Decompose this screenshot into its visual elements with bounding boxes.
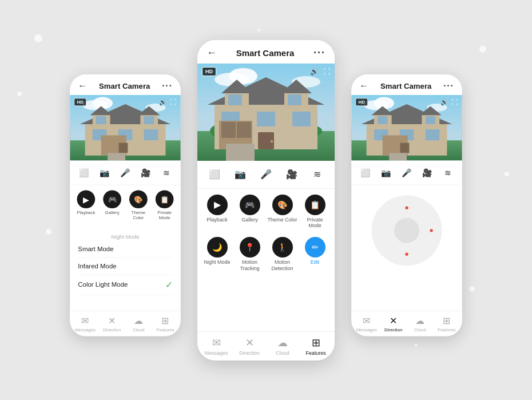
playback-label-left: Playback: [77, 209, 95, 215]
video-btn-right[interactable]: 🎥: [420, 165, 435, 180]
more-btn-right[interactable]: ≋: [440, 165, 455, 180]
svg-rect-37: [292, 112, 311, 126]
nav-direction-left[interactable]: ✕ Direction: [98, 315, 125, 332]
svg-rect-62: [389, 153, 407, 160]
direction-label-center: Direction: [239, 350, 260, 356]
messages-icon-right: ✉: [363, 315, 370, 326]
theme-btn-center[interactable]: 🎨 Theme Color: [267, 195, 297, 229]
night-mode-btn-center[interactable]: 🌙 Night Mode: [202, 237, 232, 272]
messages-icon-left: ✉: [81, 315, 89, 326]
nav-features-center[interactable]: ⊞ Features: [299, 336, 332, 356]
video-icons-center: 🔊 ⛶: [310, 68, 330, 76]
smart-mode-label: Smart Mode: [78, 244, 113, 252]
mic-btn-left[interactable]: 🎤: [118, 165, 133, 180]
nav-messages-center[interactable]: ✉ Messages: [200, 336, 233, 356]
video-toolbar-left: HD 🔊 ⛶: [74, 98, 177, 106]
playback-icon-center: ▶: [207, 195, 228, 215]
smart-mode-item[interactable]: Smart Mode: [78, 240, 172, 258]
edit-btn-center[interactable]: ✏ Edit: [300, 237, 330, 272]
more-menu-left[interactable]: ···: [162, 80, 172, 90]
svg-rect-33: [228, 94, 242, 105]
color-light-mode-item[interactable]: Color Light Mode ✓: [78, 274, 172, 295]
more-menu-center[interactable]: ···: [313, 47, 325, 59]
nav-cloud-right[interactable]: ☁ Cloud: [407, 315, 434, 332]
nav-direction-center[interactable]: ✕ Direction: [233, 336, 266, 356]
back-button-right[interactable]: ←: [359, 80, 368, 90]
private-btn-center[interactable]: 📋 Private Mode: [300, 195, 330, 229]
nav-features-left[interactable]: ⊞ Features: [152, 315, 179, 332]
icon-toolbar-center: ⬜ 📷 🎤 🎥 ≋: [197, 161, 335, 189]
direction-pad-right: [351, 185, 462, 275]
volume-icon-left[interactable]: 🔊: [159, 98, 166, 105]
mic-btn-center[interactable]: 🎤: [258, 167, 274, 183]
capture-btn-right[interactable]: 📷: [379, 165, 394, 180]
gallery-btn-left[interactable]: 🎮 Gallery: [100, 190, 124, 220]
nav-direction-right[interactable]: ✕ Direction: [380, 315, 407, 332]
playback-btn-center[interactable]: ▶ Playback: [202, 195, 232, 229]
video-btn-left[interactable]: 🎥: [139, 165, 153, 180]
cloud-label-right: Cloud: [414, 327, 426, 332]
direction-icon-center: ✕: [245, 336, 254, 349]
infared-mode-item[interactable]: Infared Mode: [78, 257, 172, 274]
video-btn-center[interactable]: 🎥: [284, 167, 300, 183]
capture-icon-center: 📷: [232, 167, 248, 183]
phone-left: ← Smart Camera ···: [70, 74, 181, 336]
more-btn-center[interactable]: ≋: [309, 167, 325, 183]
color-light-mode-label: Color Light Mode: [78, 280, 128, 288]
fullscreen-icon-left[interactable]: ⛶: [170, 98, 177, 105]
features-icon-center: ⊞: [312, 336, 320, 349]
hd-badge-center: HD: [202, 67, 216, 76]
nav-cloud-center[interactable]: ☁ Cloud: [266, 336, 299, 356]
edit-icon-center: ✏: [305, 237, 325, 258]
cloud-label-left: Cloud: [133, 327, 145, 332]
mic-btn-right[interactable]: 🎤: [400, 165, 414, 180]
video-area-left: HD 🔊 ⛶: [70, 95, 181, 160]
messages-label-right: Messages: [356, 327, 377, 332]
capture-btn-center[interactable]: 📷: [232, 167, 248, 183]
svg-rect-11: [96, 116, 106, 124]
volume-icon-center[interactable]: 🔊: [310, 68, 319, 76]
night-mode-sublabel: Night Mode: [78, 228, 172, 240]
video-area-right: HD 🔊 ⛶: [351, 95, 462, 160]
direction-icon-right: ✕: [390, 315, 397, 326]
fullscreen-icon-center[interactable]: ⛶: [323, 68, 330, 76]
dpad-inner[interactable]: [394, 217, 419, 243]
capture-btn-left[interactable]: 📷: [98, 165, 112, 180]
volume-icon-right[interactable]: 🔊: [440, 98, 448, 105]
motion-tracking-btn-center[interactable]: 📍 Motion Tracking: [235, 237, 265, 272]
nav-messages-left[interactable]: ✉ Messages: [72, 315, 99, 332]
nav-features-right[interactable]: ⊞ Features: [434, 315, 460, 332]
svg-rect-61: [400, 142, 410, 153]
cloud-label-center: Cloud: [276, 350, 289, 356]
dpad-dot-bottom: [405, 252, 408, 255]
features-icon-left: ⊞: [161, 315, 169, 326]
private-btn-left[interactable]: 📋 Private Mode: [153, 190, 177, 220]
svg-rect-55: [378, 116, 388, 124]
back-button-center[interactable]: ←: [207, 47, 217, 59]
back-button-left[interactable]: ←: [78, 80, 87, 90]
nav-messages-right[interactable]: ✉ Messages: [354, 315, 380, 332]
messages-label-left: Messages: [75, 327, 96, 332]
video-icon-left: 🎥: [139, 165, 153, 180]
private-icon-center: 📋: [305, 195, 325, 215]
more-btn-left[interactable]: ≋: [159, 165, 173, 180]
hd-badge-left: HD: [74, 98, 86, 106]
fullscreen-icon-right[interactable]: ⛶: [452, 98, 458, 105]
features-center-row1: ▶ Playback 🎮 Gallery 🎨 Theme Color 📋 Pri…: [197, 189, 335, 235]
dpad-outer[interactable]: [371, 195, 442, 266]
svg-rect-41: [221, 122, 236, 138]
nav-cloud-left[interactable]: ☁ Cloud: [125, 315, 152, 332]
playback-btn-left[interactable]: ▶ Playback: [74, 190, 98, 220]
motion-detection-btn-center[interactable]: 🚶 Motion Detection: [267, 237, 297, 272]
features-icon-right: ⊞: [443, 315, 450, 326]
gallery-label-left: Gallery: [105, 209, 120, 215]
screenshot-btn-center[interactable]: ⬜: [207, 167, 223, 183]
theme-btn-left[interactable]: 🎨 Theme Color: [126, 190, 150, 220]
screenshot-btn-right[interactable]: ⬜: [359, 165, 373, 180]
private-label-center: Private Mode: [300, 217, 330, 229]
gallery-btn-center[interactable]: 🎮 Gallery: [235, 195, 265, 229]
screenshot-btn-left[interactable]: ⬜: [77, 165, 92, 180]
phone-left-title: Smart Camera: [99, 81, 150, 90]
video-icons-left: 🔊 ⛶: [159, 98, 177, 105]
more-menu-right[interactable]: ···: [443, 80, 454, 90]
